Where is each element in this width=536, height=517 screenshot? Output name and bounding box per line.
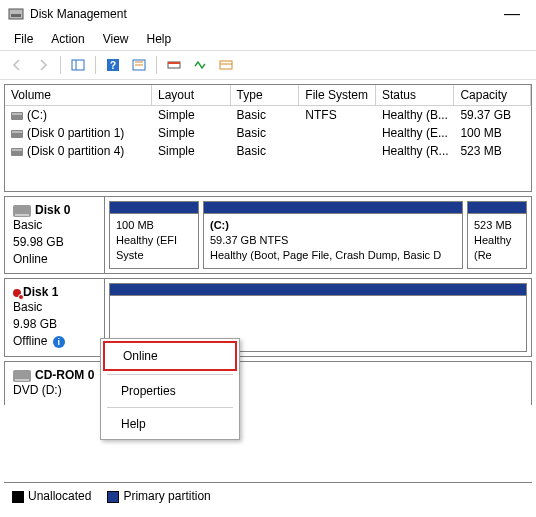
context-menu-separator (107, 374, 233, 375)
partition-status: Healthy (Boot, Page File, Crash Dump, Ba… (210, 248, 456, 263)
legend: Unallocated Primary partition (4, 482, 532, 509)
disk-0-type: Basic (13, 217, 96, 234)
volume-layout: Simple (152, 142, 231, 160)
volume-list-body: (C:) Simple Basic NTFS Healthy (B... 59.… (5, 106, 531, 191)
volume-list-header: Volume Layout Type File System Status Ca… (5, 85, 531, 106)
partition-bar (204, 202, 462, 214)
back-button[interactable] (6, 54, 28, 76)
title-bar: Disk Management — (0, 0, 536, 28)
cdrom-name: CD-ROM 0 (35, 368, 94, 382)
legend-primary: Primary partition (107, 489, 210, 503)
disk-0-size: 59.98 GB (13, 234, 96, 251)
svg-rect-8 (168, 62, 180, 64)
disk-1-info[interactable]: Disk 1 Basic 9.98 GB Offline i (5, 279, 105, 355)
disk-0-info[interactable]: Disk 0 Basic 59.98 GB Online (5, 197, 105, 273)
partition-bar (110, 284, 526, 296)
volume-capacity: 523 MB (454, 142, 531, 160)
volume-icon (11, 148, 23, 156)
menu-file[interactable]: File (6, 30, 41, 48)
volume-capacity: 100 MB (454, 124, 531, 142)
volume-status: Healthy (B... (376, 106, 455, 124)
context-menu-properties[interactable]: Properties (103, 378, 237, 404)
volume-type: Basic (231, 142, 300, 160)
svg-text:?: ? (110, 60, 116, 71)
column-capacity[interactable]: Capacity (454, 85, 531, 105)
legend-unallocated: Unallocated (12, 489, 91, 503)
settings-button[interactable] (215, 54, 237, 76)
disk-0-name: Disk 0 (35, 203, 70, 217)
swatch-black (12, 491, 24, 503)
column-type[interactable]: Type (231, 85, 300, 105)
swatch-blue (107, 491, 119, 503)
toolbar-separator (60, 56, 61, 74)
volume-row[interactable]: (Disk 0 partition 1) Simple Basic Health… (5, 124, 531, 142)
cdrom-icon (13, 370, 31, 382)
partition-status: Healthy (EFI Syste (116, 233, 192, 263)
volume-fs (299, 142, 376, 160)
partition-size: 59.37 GB NTFS (210, 233, 456, 248)
menu-view[interactable]: View (95, 30, 137, 48)
partition-size: 100 MB (116, 218, 192, 233)
layout-top-button[interactable] (163, 54, 185, 76)
disk-1-name: Disk 1 (23, 285, 58, 299)
error-icon (13, 289, 21, 297)
refresh-button[interactable] (128, 54, 150, 76)
partition-bar (468, 202, 526, 214)
volume-status: Healthy (R... (376, 142, 455, 160)
partition-label: (C:) (210, 218, 456, 233)
volume-icon (11, 112, 23, 120)
disk-drive-icon (13, 205, 31, 217)
app-icon (8, 6, 24, 22)
forward-button[interactable] (32, 54, 54, 76)
show-hide-console-tree-button[interactable] (67, 54, 89, 76)
volume-row[interactable]: (C:) Simple Basic NTFS Healthy (B... 59.… (5, 106, 531, 124)
volume-list: Volume Layout Type File System Status Ca… (4, 84, 532, 192)
column-file-system[interactable]: File System (299, 85, 376, 105)
disk-0-state: Online (13, 251, 96, 268)
disk-graphic-view: Disk 0 Basic 59.98 GB Online 100 MB Heal… (4, 196, 532, 405)
volume-name: (C:) (27, 108, 47, 122)
volume-type: Basic (231, 106, 300, 124)
volume-layout: Simple (152, 106, 231, 124)
partition-status: Healthy (Re (474, 233, 520, 263)
context-menu-online[interactable]: Online (103, 341, 237, 371)
disk-1-type: Basic (13, 299, 96, 316)
menu-help[interactable]: Help (139, 30, 180, 48)
partition-size: 523 MB (474, 218, 520, 233)
volume-fs: NTFS (299, 106, 376, 124)
volume-status: Healthy (E... (376, 124, 455, 142)
volume-type: Basic (231, 124, 300, 142)
disk-0-partition-c[interactable]: (C:) 59.37 GB NTFS Healthy (Boot, Page F… (203, 201, 463, 269)
toolbar-separator (156, 56, 157, 74)
toolbar: ? (0, 50, 536, 80)
volume-fs (299, 124, 376, 142)
svg-rect-2 (72, 60, 84, 70)
volume-name: (Disk 0 partition 1) (27, 126, 124, 140)
context-menu: Online Properties Help (100, 338, 240, 440)
window-title: Disk Management (30, 7, 496, 21)
partition-bar (110, 202, 198, 214)
column-status[interactable]: Status (376, 85, 455, 105)
info-icon[interactable]: i (53, 336, 65, 348)
menu-action[interactable]: Action (43, 30, 92, 48)
volume-name: (Disk 0 partition 4) (27, 144, 124, 158)
svg-rect-9 (220, 61, 232, 69)
disk-1-row: Disk 1 Basic 9.98 GB Offline i (4, 278, 532, 356)
context-menu-separator (107, 407, 233, 408)
minimize-button[interactable]: — (496, 5, 528, 23)
disk-0-partitions: 100 MB Healthy (EFI Syste (C:) 59.37 GB … (105, 197, 531, 273)
disk-0-row: Disk 0 Basic 59.98 GB Online 100 MB Heal… (4, 196, 532, 274)
volume-icon (11, 130, 23, 138)
disk-0-partition-4[interactable]: 523 MB Healthy (Re (467, 201, 527, 269)
help-button[interactable]: ? (102, 54, 124, 76)
volume-row[interactable]: (Disk 0 partition 4) Simple Basic Health… (5, 142, 531, 160)
toolbar-separator (95, 56, 96, 74)
column-volume[interactable]: Volume (5, 85, 152, 105)
cdrom-row: CD-ROM 0 DVD (D:) (4, 361, 532, 405)
column-layout[interactable]: Layout (152, 85, 231, 105)
volume-capacity: 59.37 GB (454, 106, 531, 124)
disk-0-partition-1[interactable]: 100 MB Healthy (EFI Syste (109, 201, 199, 269)
context-menu-help[interactable]: Help (103, 411, 237, 437)
cdrom-info[interactable]: CD-ROM 0 DVD (D:) (5, 362, 105, 405)
layout-bottom-button[interactable] (189, 54, 211, 76)
